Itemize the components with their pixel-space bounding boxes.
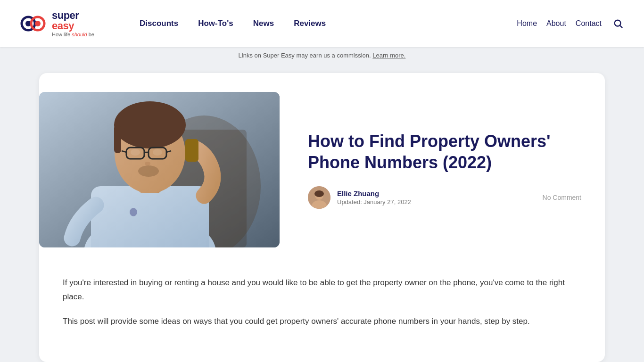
svg-point-13 — [114, 101, 186, 148]
main-content: How to Find Property Owners' Phone Numbe… — [20, 64, 624, 362]
author-details: Ellie Zhuang Updated: January 27, 2022 — [337, 189, 411, 206]
search-button[interactable] — [611, 16, 625, 31]
svg-rect-10 — [91, 186, 209, 247]
learn-more-link[interactable]: Learn more. — [372, 52, 405, 59]
body-paragraph-2: This post will provide some ideas on way… — [63, 314, 581, 329]
article-body: If you're interested in buying or rentin… — [39, 266, 605, 362]
nav-howtos[interactable]: How-To's — [190, 15, 241, 32]
body-paragraph-1: If you're interested in buying or rentin… — [63, 276, 581, 304]
nav-home[interactable]: Home — [517, 19, 537, 28]
hero-illustration — [39, 92, 280, 247]
svg-point-4 — [615, 20, 621, 26]
commission-bar: Links on Super Easy may earn us a commis… — [0, 47, 644, 64]
author-avatar — [308, 186, 330, 209]
nav-contact[interactable]: Contact — [576, 19, 602, 28]
article-image — [39, 92, 280, 247]
article-title: How to Find Property Owners' Phone Numbe… — [308, 131, 581, 173]
svg-point-24 — [138, 165, 159, 177]
avatar-image — [308, 186, 330, 209]
header: super easy How life should be Discounts … — [0, 0, 644, 47]
svg-rect-15 — [185, 139, 198, 162]
nav-about[interactable]: About — [546, 19, 566, 28]
author-info: Ellie Zhuang Updated: January 27, 2022 — [308, 186, 411, 209]
search-icon — [613, 18, 623, 29]
article-meta: How to Find Property Owners' Phone Numbe… — [308, 131, 581, 209]
logo-easy: easy — [52, 20, 74, 32]
author-row: Ellie Zhuang Updated: January 27, 2022 N… — [308, 186, 581, 209]
svg-point-3 — [35, 21, 41, 26]
logo-tagline: How life should be — [52, 32, 94, 37]
logo-text: super easy How life should be — [52, 10, 94, 37]
svg-point-25 — [130, 208, 137, 216]
author-date: Updated: January 27, 2022 — [337, 198, 411, 206]
svg-point-22 — [153, 149, 162, 156]
no-comment: No Comment — [543, 194, 581, 201]
nav-news[interactable]: News — [246, 15, 281, 32]
svg-point-21 — [131, 149, 140, 156]
article-card: How to Find Property Owners' Phone Numbe… — [39, 73, 605, 362]
svg-line-5 — [620, 25, 622, 28]
svg-rect-14 — [114, 125, 121, 153]
nav-discounts[interactable]: Discounts — [132, 15, 186, 32]
nav-right: Home About Contact — [517, 16, 625, 31]
nav-main: Discounts How-To's News Reviews — [132, 15, 333, 32]
article-hero: How to Find Property Owners' Phone Numbe… — [39, 73, 605, 266]
nav-reviews[interactable]: Reviews — [286, 15, 333, 32]
author-name: Ellie Zhuang — [337, 189, 411, 197]
svg-point-29 — [314, 190, 324, 197]
logo-icon — [19, 9, 47, 38]
logo[interactable]: super easy How life should be — [19, 9, 104, 38]
svg-point-23 — [145, 162, 150, 165]
